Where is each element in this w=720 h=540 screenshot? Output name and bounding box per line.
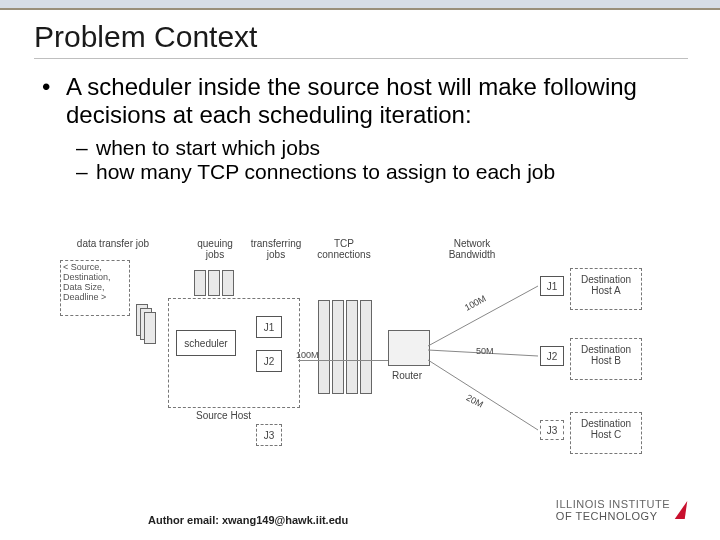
j1-box: J1	[256, 316, 282, 338]
router-links	[428, 268, 568, 448]
logo-line1: ILLINOIS INSTITUTE	[556, 498, 670, 510]
router-box	[388, 330, 430, 366]
bullet-main-text: A scheduler inside the source host will …	[66, 73, 678, 130]
header-bar	[0, 0, 720, 10]
bullet-main: • A scheduler inside the source host wil…	[42, 73, 678, 130]
queue-rect	[208, 270, 220, 296]
job-rect	[144, 312, 156, 344]
col-data-transfer: data transfer job	[70, 238, 156, 249]
scheduler-box: scheduler	[176, 330, 236, 356]
job-spec: < Source, Destination, Data Size, Deadli…	[60, 260, 130, 316]
tcp-rect	[318, 300, 330, 394]
dash-icon: –	[76, 136, 96, 160]
dest-c-label: Destination Host C	[576, 418, 636, 440]
tcp-rect	[332, 300, 344, 394]
queue-rect	[194, 270, 206, 296]
col-tcp: TCP connections	[314, 238, 374, 260]
bullet-icon: •	[42, 73, 66, 130]
author-email: Author email: xwang149@hawk.iit.edu	[148, 514, 348, 526]
bw-100m-1: 100M	[296, 350, 319, 360]
j3-box: J3	[256, 424, 282, 446]
tcp-rect	[346, 300, 358, 394]
queue-rect	[222, 270, 234, 296]
logo-triangle-icon	[675, 501, 688, 519]
bullet-sub2: – how many TCP connections to assign to …	[76, 160, 678, 184]
logo-line2: OF TECHNOLOGY	[556, 510, 670, 522]
diagram: data transfer job queuing jobs transferr…	[78, 238, 678, 478]
bullet-list: • A scheduler inside the source host wil…	[42, 73, 678, 184]
title-underline	[34, 58, 688, 59]
bullet-sub1-text: when to start which jobs	[96, 136, 320, 160]
source-host-label: Source Host	[196, 410, 251, 421]
bullet-sub2-text: how many TCP connections to assign to ea…	[96, 160, 555, 184]
col-transferring: transferring jobs	[246, 238, 306, 260]
router-label: Router	[392, 370, 422, 381]
bw-50m: 50M	[476, 346, 494, 356]
link-source-router	[298, 360, 388, 361]
svg-line-2	[428, 360, 538, 430]
dest-a-label: Destination Host A	[576, 274, 636, 296]
slide-title: Problem Context	[34, 20, 720, 54]
dest-b-label: Destination Host B	[576, 344, 636, 366]
dash-icon: –	[76, 160, 96, 184]
bullet-sub1: – when to start which jobs	[76, 136, 678, 160]
iit-logo: ILLINOIS INSTITUTE OF TECHNOLOGY	[556, 498, 686, 522]
tcp-rect	[360, 300, 372, 394]
j2-box: J2	[256, 350, 282, 372]
col-queuing: queuing jobs	[192, 238, 238, 260]
col-network: Network Bandwidth	[442, 238, 502, 260]
